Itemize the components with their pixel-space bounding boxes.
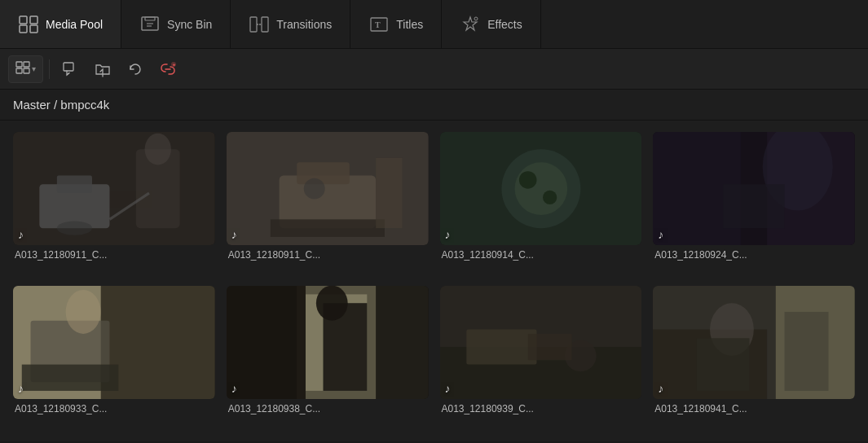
nav-label-titles: Titles [396, 18, 423, 31]
svg-point-39 [543, 191, 557, 204]
svg-rect-9 [262, 17, 268, 32]
svg-rect-66 [785, 312, 829, 391]
svg-rect-34 [376, 158, 402, 228]
toolbar: ▾ ✦ [0, 49, 868, 90]
view-toggle-dropdown[interactable]: ▾ [8, 55, 43, 83]
effects-icon [460, 15, 481, 33]
svg-rect-15 [24, 62, 29, 67]
svg-rect-65 [697, 338, 750, 391]
breadcrumb: Master / bmpcc4k [0, 90, 868, 121]
breadcrumb-text: Master / bmpcc4k [13, 98, 109, 112]
media-label-6: A013_12180938_C... [227, 403, 429, 414]
top-navigation: Media Pool Sync Bin Transitions [0, 0, 868, 49]
svg-rect-32 [271, 219, 385, 237]
media-item-6[interactable]: ♪A013_12180938_C... [227, 286, 429, 430]
svg-point-27 [145, 134, 171, 165]
svg-point-33 [304, 178, 325, 200]
thumbnail-1: ♪ [13, 132, 215, 245]
svg-text:✦: ✦ [172, 63, 176, 68]
music-note-icon-2: ♪ [231, 228, 237, 241]
svg-rect-3 [30, 25, 37, 33]
music-note-icon-5: ♪ [18, 382, 24, 395]
svg-point-55 [316, 286, 348, 321]
sync-bin-icon [139, 15, 161, 33]
svg-text:T: T [375, 20, 381, 29]
thumbnail-2: ♪ [227, 132, 429, 245]
music-note-icon-3: ♪ [445, 228, 451, 241]
chevron-down-icon: ▾ [32, 64, 36, 73]
svg-rect-8 [250, 17, 257, 32]
svg-rect-14 [16, 68, 22, 73]
svg-rect-13 [16, 62, 22, 67]
svg-rect-49 [22, 365, 118, 391]
svg-rect-44 [723, 184, 784, 228]
svg-rect-2 [30, 16, 37, 24]
music-note-icon-6: ♪ [231, 382, 237, 395]
media-label-8: A013_12180941_C... [653, 403, 855, 414]
svg-rect-0 [20, 16, 27, 24]
music-note-icon-4: ♪ [658, 228, 663, 241]
media-pool-icon [18, 15, 39, 33]
media-item-2[interactable]: ♪A013_12180911_C... [227, 132, 429, 276]
svg-rect-31 [297, 162, 350, 184]
media-label-2: A013_12180911_C... [227, 249, 429, 261]
media-item-7[interactable]: ♪A013_12180939_C... [440, 286, 642, 430]
media-label-1: A013_12180911_C... [13, 249, 215, 261]
thumbnail-6: ♪ [227, 286, 429, 399]
link-button[interactable]: ✦ [153, 55, 183, 83]
nav-item-media-pool[interactable]: Media Pool [0, 0, 121, 48]
toolbar-separator-1 [49, 59, 50, 79]
nav-item-sync-bin[interactable]: Sync Bin [121, 0, 231, 48]
svg-point-12 [474, 17, 478, 20]
media-item-8[interactable]: ♪A013_12180941_C... [653, 286, 855, 430]
import-clip-button[interactable] [55, 55, 85, 83]
nav-item-titles[interactable]: T Titles [350, 0, 442, 48]
svg-rect-60 [527, 334, 571, 360]
media-label-4: A013_12180924_C... [653, 249, 855, 261]
media-item-4[interactable]: ♪A013_12180924_C... [653, 132, 855, 276]
media-label-3: A013_12180914_C... [440, 249, 642, 261]
media-label-7: A013_12180939_C... [440, 403, 642, 414]
svg-rect-58 [466, 330, 536, 365]
import-folder-button[interactable] [88, 55, 117, 83]
media-item-3[interactable]: ♪A013_12180914_C... [440, 132, 642, 276]
media-grid: ♪A013_12180911_C... ♪A013_12180911_C... … [0, 121, 868, 441]
nav-item-transitions[interactable]: Transitions [231, 0, 350, 48]
svg-point-48 [66, 290, 101, 334]
nav-label-media-pool: Media Pool [46, 18, 103, 31]
music-note-icon-1: ♪ [18, 228, 24, 241]
titles-icon: T [368, 15, 390, 33]
transitions-icon [249, 15, 270, 33]
nav-label-effects: Effects [487, 18, 522, 31]
thumbnail-4: ♪ [653, 132, 855, 245]
svg-rect-17 [64, 63, 73, 71]
music-note-icon-7: ♪ [445, 382, 451, 395]
thumbnail-8: ♪ [653, 286, 855, 399]
media-item-5[interactable]: ♪A013_12180933_C... [13, 286, 215, 430]
thumbnail-5: ♪ [13, 286, 215, 399]
svg-rect-16 [24, 68, 29, 73]
music-note-icon-8: ♪ [658, 382, 663, 395]
svg-point-25 [57, 222, 92, 235]
svg-rect-1 [20, 25, 27, 33]
nav-label-sync-bin: Sync Bin [167, 18, 212, 31]
media-item-1[interactable]: ♪A013_12180911_C... [13, 132, 215, 276]
svg-point-38 [518, 171, 536, 189]
refresh-button[interactable] [121, 55, 150, 83]
nav-label-transitions: Transitions [276, 18, 332, 31]
thumbnail-3: ♪ [440, 132, 642, 245]
thumbnail-7: ♪ [440, 286, 642, 399]
media-label-5: A013_12180933_C... [13, 403, 215, 414]
view-toggle-icon [15, 61, 30, 77]
svg-point-37 [514, 162, 567, 215]
svg-rect-53 [227, 286, 306, 399]
svg-rect-24 [57, 176, 92, 194]
nav-item-effects[interactable]: Effects [442, 0, 541, 48]
